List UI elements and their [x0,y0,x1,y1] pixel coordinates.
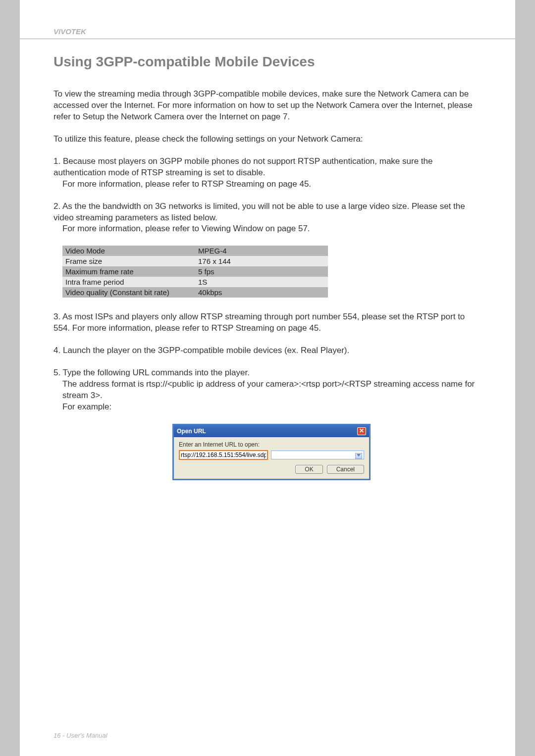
setting-key: Video Mode [62,246,195,256]
step-note: For more information, please refer to RT… [54,179,482,190]
table-row: Maximum frame rate 5 fps [62,266,328,277]
url-dropdown[interactable] [271,451,364,459]
cancel-button[interactable]: Cancel [327,465,364,474]
setting-key: Intra frame period [62,277,195,287]
setting-value: 40kbps [195,287,328,298]
step-4: 4. Launch the player on the 3GPP-compati… [54,345,482,356]
open-url-dialog: Open URL ✕ Enter an Internet URL to open… [172,424,371,480]
step-number: 1. [54,156,60,166]
url-label: Enter an Internet URL to open: [179,441,364,448]
step-text: Launch the player on the 3GPP-compatible… [63,346,349,355]
step-1: 1. Because most players on 3GPP mobile p… [54,156,482,190]
step-number: 2. [54,202,60,211]
setting-key: Maximum frame rate [62,266,195,277]
setting-value: 5 fps [195,266,328,277]
dialog-title-text: Open URL [177,428,206,435]
step-text: Because most players on 3GPP mobile phon… [54,156,432,177]
table-row: Frame size 176 x 144 [62,256,328,266]
intro-paragraph: To view the streaming media through 3GPP… [54,89,482,123]
close-icon: ✕ [359,427,364,434]
content-area: Using 3GPP-compatible Mobile Devices To … [20,54,515,480]
step-note: For more information, please refer to Vi… [54,223,482,235]
ok-button[interactable]: OK [295,465,322,474]
close-button[interactable]: ✕ [357,427,366,435]
dialog-button-row: OK Cancel [179,465,364,474]
brand-header: VIVOTEK [20,27,515,39]
setting-value: MPEG-4 [195,246,328,256]
step-text: Type the following URL commands into the… [63,368,250,377]
step-5: 5. Type the following URL commands into … [54,367,482,413]
setting-value: 1S [195,277,328,287]
table-row: Intra frame period 1S [62,277,328,287]
dialog-body: Enter an Internet URL to open: OK Cancel [174,437,369,479]
settings-table: Video Mode MPEG-4 Frame size 176 x 144 M… [62,246,328,298]
table-row: Video quality (Constant bit rate) 40kbps [62,287,328,298]
document-page: VIVOTEK Using 3GPP-compatible Mobile Dev… [20,0,515,756]
page-title: Using 3GPP-compatible Mobile Devices [54,54,482,70]
step-number: 5. [54,368,60,377]
table-row: Video Mode MPEG-4 [62,246,328,256]
step-text-2: The address format is rtsp://<public ip … [54,379,482,402]
header-rule [20,39,515,39]
step-text-3: For example: [54,402,482,413]
step-2: 2. As the the bandwidth on 3G networks i… [54,201,482,235]
step-text: As the the bandwidth on 3G networks is l… [54,202,465,222]
url-input[interactable] [179,450,268,460]
chevron-down-icon [357,454,361,456]
step-number: 4. [54,346,60,355]
setting-key: Video quality (Constant bit rate) [62,287,195,298]
url-input-row [179,450,364,460]
step-text: As most ISPs and players only allow RTSP… [54,312,465,333]
step-3: 3. As most ISPs and players only allow R… [54,311,482,334]
step-number: 3. [54,312,60,321]
dialog-titlebar: Open URL ✕ [174,425,369,437]
setting-key: Frame size [62,256,195,266]
page-footer: 16 - User's Manual [54,732,107,739]
lead-paragraph: To utilize this feature, please check th… [54,134,482,145]
setting-value: 176 x 144 [195,256,328,266]
